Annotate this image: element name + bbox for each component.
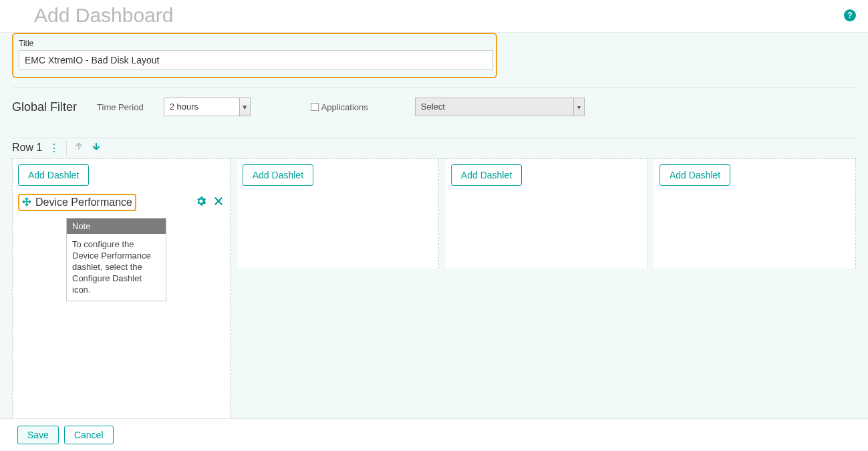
- note-body: To configure the Device Performance dash…: [67, 234, 166, 301]
- dashlet-title-box[interactable]: Device Performance: [18, 194, 136, 211]
- add-dashlet-button[interactable]: Add Dashlet: [660, 164, 730, 186]
- applications-label: Applications: [321, 102, 368, 112]
- dashlet-title: Device Performance: [35, 196, 132, 208]
- row-header: Row 1 ⋮: [12, 138, 856, 158]
- page-title: Add Dashboard: [34, 4, 173, 27]
- time-period-value: 2 hours: [164, 98, 239, 116]
- dashlet-column: Add Dashlet: [654, 159, 856, 269]
- global-filter-row: Global Filter Time Period 2 hours ▼ Appl…: [12, 88, 856, 128]
- add-dashlet-button[interactable]: Add Dashlet: [451, 164, 522, 186]
- close-icon[interactable]: [212, 195, 225, 210]
- applications-select[interactable]: Select ▾: [415, 98, 585, 116]
- applications-select-placeholder: Select: [416, 98, 573, 116]
- time-period-select[interactable]: 2 hours ▼: [164, 98, 251, 116]
- dashboard-title-input[interactable]: [19, 50, 493, 70]
- title-field-box: Title: [12, 33, 497, 78]
- row-container: Add Dashlet Device Performance: [12, 158, 856, 419]
- help-icon[interactable]: ?: [844, 9, 856, 21]
- dashlet-column: Add Dashlet Device Performance: [13, 159, 231, 418]
- save-button[interactable]: Save: [17, 426, 59, 444]
- move-row-up-icon[interactable]: [74, 141, 84, 154]
- chevron-down-icon[interactable]: ▾: [573, 98, 584, 116]
- global-filter-label: Global Filter: [12, 100, 77, 114]
- gear-icon[interactable]: [195, 195, 207, 210]
- move-row-down-icon[interactable]: [91, 141, 102, 154]
- footer: Save Cancel: [0, 418, 868, 448]
- title-label: Title: [19, 39, 33, 48]
- divider: [66, 141, 67, 154]
- move-icon[interactable]: [22, 197, 31, 208]
- dashlet: Device Performance Note To configure the…: [18, 194, 225, 301]
- time-period-label: Time Period: [97, 102, 144, 112]
- note-box: Note To configure the Device Performance…: [66, 218, 166, 301]
- dashlet-column: Add Dashlet: [446, 159, 647, 269]
- note-header: Note: [67, 218, 166, 234]
- dashlet-column: Add Dashlet: [237, 159, 439, 269]
- add-dashlet-button[interactable]: Add Dashlet: [18, 164, 89, 186]
- row-label: Row 1: [12, 142, 42, 154]
- chevron-down-icon[interactable]: ▼: [239, 98, 250, 116]
- add-dashlet-button[interactable]: Add Dashlet: [243, 164, 313, 186]
- row-menu-icon[interactable]: ⋮: [49, 142, 59, 154]
- applications-checkbox[interactable]: [311, 103, 319, 111]
- cancel-button[interactable]: Cancel: [64, 426, 114, 444]
